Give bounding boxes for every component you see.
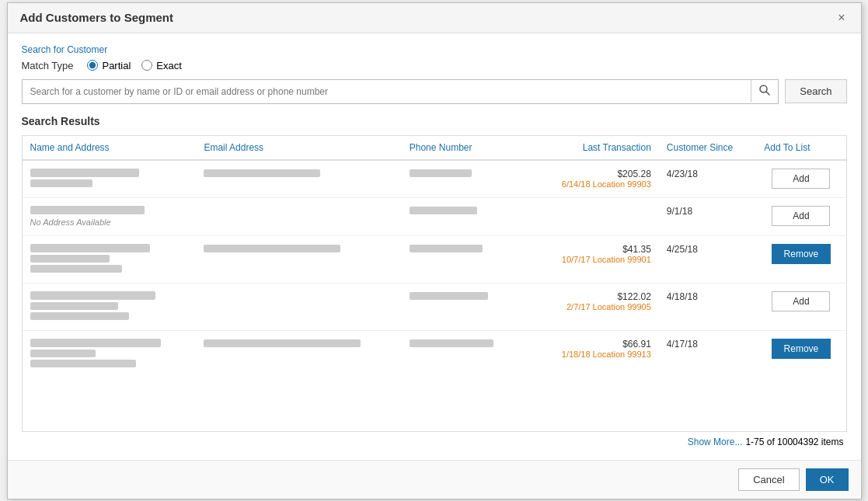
phone-blurred-2: [410, 245, 483, 252]
cell-email-3: [196, 283, 401, 330]
cell-name-4: [23, 330, 197, 377]
table-row: $41.3510/7/17 Location 999014/25/18Remov…: [23, 235, 846, 283]
phone-blurred-3: [410, 292, 488, 300]
phone-blurred-1: [410, 207, 477, 214]
add-button-3[interactable]: Add: [772, 291, 830, 311]
col-header-email: Email Address: [196, 136, 401, 160]
name-line3-4: [30, 360, 136, 367]
cell-phone-0: [402, 160, 520, 198]
name-line2-4: [30, 350, 96, 357]
cell-name-0: [23, 160, 197, 198]
cell-since-3: 4/18/18: [659, 283, 756, 330]
email-blurred-2: [204, 245, 340, 252]
cell-since-0: 4/23/18: [659, 160, 756, 198]
results-section: Search Results Name and Address Email Ad…: [22, 115, 847, 449]
col-header-name: Name and Address: [23, 136, 197, 160]
ok-button[interactable]: OK: [806, 468, 849, 491]
transaction-amount-0: $205.28: [528, 169, 651, 179]
transaction-detail-3: 2/7/17 Location 99905: [528, 302, 651, 311]
cell-phone-2: [402, 235, 520, 283]
phone-blurred-4: [410, 339, 493, 347]
search-input[interactable]: [23, 80, 751, 103]
results-table: Name and Address Email Address Phone Num…: [23, 136, 846, 377]
exact-radio-option[interactable]: Exact: [141, 60, 182, 71]
name-line3-2: [30, 265, 122, 273]
bottom-info-row: Show More... 1-75 of 10004392 items: [22, 432, 847, 449]
phone-blurred-0: [410, 169, 472, 177]
transaction-detail-2: 10/7/17 Location 99901: [528, 255, 651, 264]
partial-radio-option[interactable]: Partial: [87, 60, 131, 71]
cell-transaction-2: $41.3510/7/17 Location 99901: [520, 235, 659, 283]
close-button[interactable]: ×: [835, 11, 848, 25]
name-line1-2: [30, 244, 150, 252]
add-button-1[interactable]: Add: [772, 206, 830, 226]
col-header-add: Add To List: [756, 136, 845, 160]
cell-transaction-0: $205.286/14/18 Location 99903: [520, 160, 659, 198]
name-line1-0: [30, 169, 139, 177]
cell-phone-1: [402, 197, 520, 235]
cell-email-1: [196, 197, 401, 235]
cell-email-0: [196, 160, 401, 198]
col-header-transaction: Last Transaction: [520, 136, 659, 160]
transaction-amount-3: $122.02: [528, 291, 651, 302]
dialog-body: Search for Customer Match Type Partial E…: [8, 33, 861, 460]
cell-since-1: 9/1/18: [659, 197, 756, 235]
table-row: No Address Available9/1/18Add: [23, 197, 846, 235]
name-line2-2: [30, 255, 110, 263]
partial-label: Partial: [102, 60, 131, 71]
cell-since-2: 4/25/18: [659, 235, 756, 283]
name-line2-0: [30, 179, 92, 187]
match-type-label: Match Type: [22, 60, 74, 71]
table-row: $205.286/14/18 Location 999034/23/18Add: [23, 160, 846, 198]
col-header-since: Customer Since: [659, 136, 756, 160]
cell-name-2: [23, 235, 197, 283]
dialog-container: Add Customers to Segment × Search for Cu…: [7, 2, 862, 499]
svg-line-1: [766, 92, 769, 95]
match-type-radio-group: Partial Exact: [87, 60, 181, 71]
match-type-row: Match Type Partial Exact: [22, 60, 847, 71]
name-line1-4: [30, 339, 161, 347]
table-row: $122.022/7/17 Location 999054/18/18Add: [23, 283, 846, 330]
cell-email-4: [196, 330, 401, 377]
exact-label: Exact: [156, 60, 182, 71]
cell-name-1: No Address Available: [23, 197, 197, 235]
dialog-footer: Cancel OK: [8, 460, 861, 499]
cell-action-3: Add: [756, 283, 845, 330]
email-blurred-4: [204, 339, 361, 347]
add-button-0[interactable]: Add: [772, 169, 830, 189]
name-line1-1: [30, 206, 145, 214]
cell-action-2: Remove: [756, 235, 845, 283]
exact-radio[interactable]: [141, 60, 152, 71]
transaction-amount-4: $66.91: [528, 339, 651, 350]
search-button[interactable]: Search: [785, 79, 846, 103]
remove-button-4[interactable]: Remove: [772, 339, 831, 359]
search-icon: [759, 85, 770, 96]
no-address-text-1: No Address Available: [30, 217, 111, 227]
table-header-row: Name and Address Email Address Phone Num…: [23, 136, 846, 160]
search-for-customer-label: Search for Customer: [22, 44, 847, 55]
transaction-amount-2: $41.35: [528, 244, 651, 255]
cell-action-1: Add: [756, 197, 845, 235]
table-container: Name and Address Email Address Phone Num…: [22, 135, 847, 432]
email-blurred-0: [204, 169, 320, 177]
col-header-phone: Phone Number: [402, 136, 520, 160]
results-title: Search Results: [22, 115, 847, 127]
show-more-link[interactable]: Show More...: [688, 437, 743, 447]
table-row: $66.911/18/18 Location 999134/17/18Remov…: [23, 330, 846, 377]
cell-email-2: [196, 235, 401, 283]
cell-name-3: [23, 283, 197, 330]
name-line3-3: [30, 312, 129, 320]
dialog-title: Add Customers to Segment: [20, 11, 174, 24]
search-input-wrapper: [22, 79, 779, 104]
cell-phone-3: [402, 283, 520, 330]
partial-radio[interactable]: [87, 60, 98, 71]
search-icon-button[interactable]: [751, 80, 778, 103]
cell-phone-4: [402, 330, 520, 377]
cell-transaction-4: $66.911/18/18 Location 99913: [520, 330, 659, 377]
cancel-button[interactable]: Cancel: [738, 468, 799, 491]
item-count: 1-75 of 10004392 items: [745, 437, 843, 447]
name-line2-3: [30, 302, 118, 310]
remove-button-2[interactable]: Remove: [772, 244, 831, 264]
cell-transaction-1: [520, 197, 659, 235]
transaction-detail-4: 1/18/18 Location 99913: [528, 350, 651, 359]
